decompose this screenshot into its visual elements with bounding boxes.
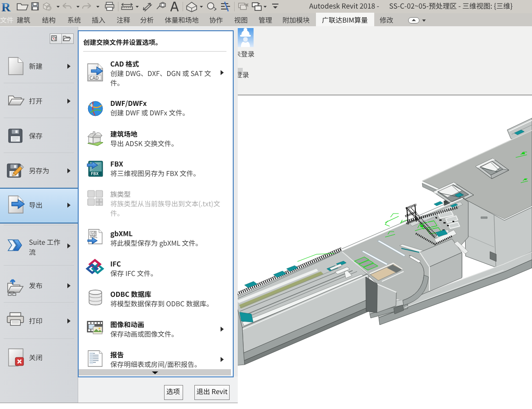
svg-text:R: R [1,0,11,13]
